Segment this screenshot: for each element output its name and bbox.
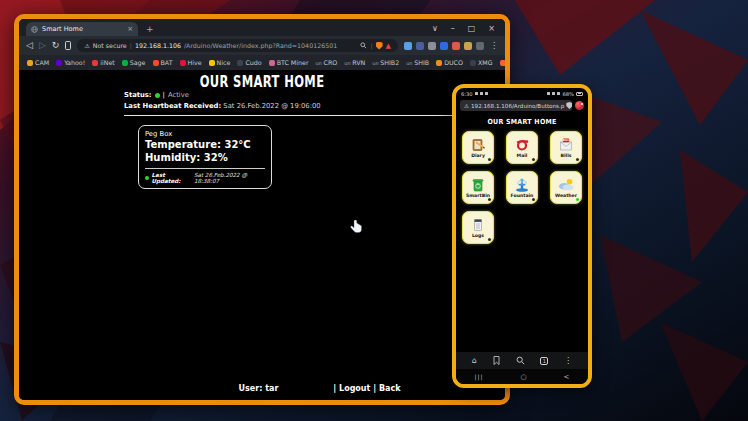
divider	[145, 168, 265, 169]
humidity-label: Humidity:	[145, 152, 200, 163]
bookmark-label: RVN	[352, 59, 365, 66]
bookmark-nice[interactable]: Nice	[209, 59, 231, 66]
close-button[interactable]: ×	[488, 24, 495, 33]
reload-button[interactable]: ↻	[52, 41, 60, 50]
back-button[interactable]: ◁	[26, 41, 33, 50]
profile-avatar-icon[interactable]	[575, 101, 584, 110]
app-button-bills[interactable]: BILL Bills	[550, 131, 582, 164]
phone-browser-toolbar: ⌂ 1 ⋮	[456, 352, 588, 369]
extension-icon[interactable]	[428, 42, 436, 50]
bookmark-yahoo[interactable]: Yahoo!	[56, 59, 85, 66]
status-dot	[576, 158, 579, 161]
android-home-button[interactable]: ○	[521, 373, 527, 381]
address-toolbar: ◁ ▷ ↻ ⚠ Not secure | 192.168.1.106 /Ardu…	[19, 36, 505, 55]
bookmark-bat[interactable]: BAT	[153, 59, 173, 66]
status-dot	[488, 158, 491, 161]
bookmark-label: CAM	[35, 59, 49, 66]
phone-status-bar: 6:30 68%	[456, 88, 588, 98]
url-bar[interactable]: ⚠ Not secure | 192.168.1.106 /Arduino/We…	[77, 39, 398, 52]
bookmark-cudo[interactable]: Cudo	[237, 59, 261, 66]
status-pipe: |	[163, 91, 165, 99]
browser-menu-icon[interactable]: ⋮	[490, 41, 498, 50]
app-button-smartbin[interactable]: SmartBin	[462, 171, 494, 204]
status-green-dot	[155, 93, 160, 98]
bookmark-btc-miner[interactable]: BTC Miner	[269, 59, 309, 66]
bookmark-shib[interactable]: unSHIB	[406, 59, 429, 66]
humidity-value: 32%	[204, 152, 228, 163]
search-icon[interactable]	[516, 356, 525, 365]
android-nav-bar: ||| ○ <	[456, 369, 588, 384]
logout-link[interactable]: Logout	[339, 384, 370, 393]
collections-icon[interactable]	[476, 42, 484, 50]
tabs-icon[interactable]: 1	[540, 357, 548, 365]
bookmark-cro[interactable]: unCRO	[315, 59, 337, 66]
adblock-triangle-icon[interactable]: ▲	[386, 42, 391, 50]
home-icon[interactable]: ⌂	[472, 357, 477, 365]
warning-icon: ⚠	[464, 103, 469, 109]
new-tab-button[interactable]: +	[146, 24, 154, 36]
bookmark-shib2[interactable]: unSHIB2	[372, 59, 399, 66]
bookmark-hive[interactable]: Hive	[180, 59, 202, 66]
bookmark-cam[interactable]: CAM	[27, 59, 49, 66]
updated-value: Sat 26.Feb.2022 @ 18:38:07	[194, 172, 265, 184]
shield-extension-icon[interactable]	[376, 42, 383, 50]
favicon	[56, 60, 62, 66]
search-icon[interactable]	[360, 42, 367, 49]
not-secure-label: Not secure	[93, 42, 127, 49]
heartbeat-line: Last Heartbeat Received: Sat 26.Feb.2022…	[124, 102, 467, 110]
pegbox-card: Peg Box Temperature: 32°C Humidity: 32% …	[138, 125, 272, 189]
bookmark-iinet[interactable]: iiNet	[92, 59, 115, 66]
url-path: /Arduino/Weather/index.php?Rand=10401265…	[184, 42, 358, 49]
extension-icon[interactable]	[440, 42, 448, 50]
bookmark-sage[interactable]: Sage	[122, 59, 146, 66]
app-button-weather[interactable]: Weather	[550, 171, 582, 204]
mail-icon	[513, 137, 531, 153]
footer-links: | Logout | Back	[333, 384, 400, 393]
url-separator-2: |	[370, 42, 372, 49]
temperature-line: Temperature: 32°C	[145, 138, 265, 151]
warning-icon: ⚠	[84, 42, 89, 49]
extension-icon[interactable]	[416, 42, 424, 50]
heartbeat-label: Last Heartbeat Received:	[124, 102, 221, 110]
android-back-button[interactable]: <	[564, 373, 570, 381]
back-link[interactable]: Back	[379, 384, 401, 393]
window-dropdown-icon[interactable]: ∨	[432, 24, 438, 33]
phone-url-text: 192.168.1.106/Arduino/Buttons.p	[471, 103, 564, 109]
bookmark-xmr[interactable]: XMR	[500, 59, 505, 66]
notification-icon	[475, 92, 478, 95]
device-icon[interactable]	[65, 41, 71, 50]
app-button-logs[interactable]: Logs	[462, 211, 494, 244]
minimize-button[interactable]: –	[451, 24, 455, 33]
forward-button[interactable]: ▷	[39, 41, 46, 50]
battery-percent: 68%	[562, 91, 574, 97]
tab-smart-home[interactable]: Smart Home ×	[26, 22, 138, 36]
bills-icon: BILL	[557, 137, 575, 153]
recents-button[interactable]: |||	[474, 373, 483, 380]
app-button-fountain[interactable]: Fountain	[506, 171, 538, 204]
page-content: Status: | Active Last Heartbeat Received…	[124, 91, 467, 189]
weather-icon	[557, 177, 575, 193]
extension-icon[interactable]	[464, 42, 472, 50]
bookmark-label: BTC Miner	[277, 59, 309, 66]
app-button-label: Fountain	[511, 193, 534, 198]
menu-icon[interactable]: ⋮	[564, 357, 572, 365]
favicon	[153, 60, 159, 66]
app-button-diary[interactable]: Diary	[462, 131, 494, 164]
tab-close-icon[interactable]: ×	[127, 25, 133, 33]
phone-url-bar[interactable]: ⚠ 192.168.1.106/Arduino/Buttons.p	[460, 100, 572, 111]
tab-strip: Smart Home × + ∨ – □ ×	[19, 19, 505, 36]
app-button-mail[interactable]: Mail	[506, 131, 538, 164]
diary-icon	[469, 137, 487, 153]
bookmark-icon[interactable]	[493, 356, 500, 365]
bookmark-rvn[interactable]: unRVN	[344, 59, 365, 66]
phone-app-page: OUR SMART HOME Diary	[456, 113, 588, 352]
bookmark-label: CRO	[323, 59, 337, 66]
bookmark-label: XMG	[478, 59, 493, 66]
extension-icon[interactable]	[404, 42, 412, 50]
brave-shield-icon[interactable]	[566, 102, 572, 109]
divider	[124, 115, 467, 116]
bookmark-xmg[interactable]: XMG	[470, 59, 493, 66]
extension-icon[interactable]	[452, 42, 460, 50]
maximize-button[interactable]: □	[468, 24, 476, 33]
bookmark-duco[interactable]: DUCO	[436, 59, 463, 66]
